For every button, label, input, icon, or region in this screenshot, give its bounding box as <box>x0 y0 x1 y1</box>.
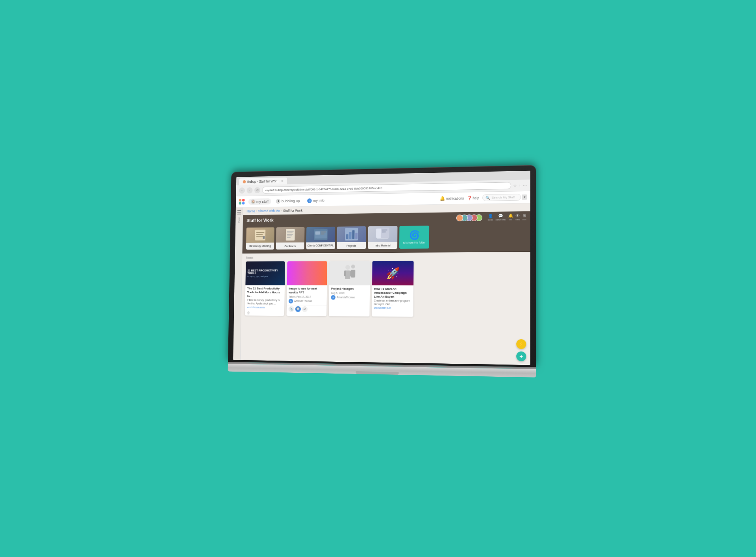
item-card-hexagon[interactable]: Project Hexagon Aug 5, 2019 A AmandaThom… <box>329 261 370 316</box>
header-action-notifications[interactable]: 🔔 on <box>508 213 513 220</box>
search-box[interactable]: 🔍 Search My Stuff <box>482 194 521 201</box>
nav-my-info[interactable]: M my info <box>305 197 327 204</box>
nav-my-info-label: my info <box>313 198 324 202</box>
view-label: view <box>515 218 520 220</box>
fab-teal[interactable]: + <box>516 351 526 361</box>
breadcrumb-shared[interactable]: Shared with Me <box>258 209 280 213</box>
header-action-view[interactable]: 👁 view <box>515 213 520 220</box>
invite-icon: 👤 <box>488 214 493 218</box>
folder-avatar-4 <box>471 214 477 221</box>
page-background: Bubup - Stuff for Wor... × ‹ › ↺ mystuff… <box>0 0 756 557</box>
nav-bubbling-up-label: bubbling up <box>282 198 300 203</box>
comments-label: comments <box>495 218 506 220</box>
tab-favicon <box>243 180 246 183</box>
item-card-ambassador[interactable]: 🚀 How To Start An Ambassador Campaign Li… <box>372 261 413 316</box>
ppt-action-comment-blue[interactable]: 💬 <box>295 306 301 312</box>
browser-action-more[interactable]: ⋯ <box>523 183 527 187</box>
browser-action-share[interactable]: ↑ <box>519 183 521 187</box>
item-card-ppt[interactable]: Image to use for next week's PPT Taken: … <box>287 261 327 316</box>
items-section-label: items <box>246 254 526 259</box>
folder-card-biweekly[interactable]: Bi-Weekly Meeting <box>246 227 274 250</box>
folder-avatar-5 <box>475 214 482 220</box>
search-container: 🔍 Search My Stuff ▾ <box>482 193 527 201</box>
ppt-action-share[interactable]: ↩ <box>302 306 308 312</box>
breadcrumb-sep-1: › <box>256 209 257 213</box>
address-text: mystuff.bubbp.com/mystuff/dmystuff/001-1… <box>265 186 382 191</box>
productivity-thumb-title: 21 BEST PRODUCTIVITY TOOLS <box>247 269 283 275</box>
trash-icon[interactable]: 🗑 <box>247 311 250 315</box>
clients-thumb-svg <box>313 227 328 241</box>
intro-thumb-svg <box>375 227 390 241</box>
folder-avatar-3 <box>466 214 472 221</box>
back-button[interactable]: ‹ <box>239 187 245 194</box>
item-hexagon-meta: Aug 5, 2019 <box>331 291 368 294</box>
folder-card-clients[interactable]: Clients CONFIDENTIAL <box>306 226 335 249</box>
hamburger-line-2 <box>237 212 241 213</box>
my-stuff-icon: 🏠 <box>251 199 255 204</box>
header-action-comments[interactable]: 💬 comments <box>495 213 506 221</box>
folder-biweekly-label: Bi-Weekly Meeting <box>246 242 274 250</box>
item-card-productivity[interactable]: 21 BEST PRODUCTIVITY TOOLS to top up, ge… <box>245 261 285 315</box>
forward-button[interactable]: › <box>246 187 252 193</box>
refresh-button[interactable]: ↺ <box>254 187 260 193</box>
svg-point-30 <box>351 264 355 268</box>
folder-avatar-1 <box>456 214 463 221</box>
folder-title: Stuff for Work <box>246 215 454 222</box>
sidebar-toggle-label: there <box>238 217 241 222</box>
sort-icon: ⊞ <box>523 213 526 217</box>
item-ppt-thumb <box>287 261 327 285</box>
item-hexagon-author-avatar: A <box>331 295 335 300</box>
svg-rect-17 <box>346 234 348 239</box>
nav-my-stuff[interactable]: 🏠 my stuff <box>248 198 271 204</box>
items-grid: 21 BEST PRODUCTIVITY TOOLS to top up, ge… <box>245 260 526 317</box>
item-hexagon-title: Project Hexagon <box>331 287 368 291</box>
notifications-label: notifications <box>446 196 464 200</box>
svg-rect-31 <box>351 269 356 277</box>
search-dropdown-btn[interactable]: ▾ <box>522 194 527 200</box>
item-hexagon-author-name: AmandaThomas <box>337 296 355 298</box>
help-icon: ❓ <box>467 196 472 200</box>
folder-intro-label: Intro Material <box>368 241 397 248</box>
notifications-on-label: on <box>510 218 512 220</box>
folder-projects-thumb <box>337 226 366 242</box>
item-ambassador-title: How To Start An Ambassador Campaign Like… <box>374 287 411 298</box>
nav-bubbling-up[interactable]: ⬆ bubbling up <box>273 198 302 204</box>
view-icon: 👁 <box>516 213 520 218</box>
browser-tab-active[interactable]: Bubup - Stuff for Wor... × <box>239 177 287 185</box>
help-label: help <box>473 196 479 200</box>
item-ppt-actions: 📎 💬 ↩ <box>287 305 327 313</box>
folder-clients-label: Clients CONFIDENTIAL <box>306 242 335 249</box>
header-action-sort[interactable]: ⊞ sort <box>523 213 526 220</box>
productivity-thumb-sub: to top up, get, and proc... <box>247 275 283 278</box>
invite-label: invite <box>488 218 493 221</box>
folder-card-rolls[interactable]: 🌀 rolls from this folder <box>399 226 429 249</box>
folder-card-contracts[interactable]: Contracts <box>276 227 305 249</box>
item-productivity-source: wordstream.com <box>247 306 283 309</box>
header-action-invite[interactable]: 👤 invite <box>488 214 493 221</box>
folder-clients-thumb <box>306 226 335 242</box>
folder-card-projects[interactable]: Projects <box>337 226 366 249</box>
help-btn[interactable]: ❓ help <box>467 196 479 200</box>
item-ppt-body: Image to use for next week's PPT Taken: … <box>287 285 327 305</box>
svg-point-26 <box>345 265 350 269</box>
nav-right: 🔔 notifications ❓ help 🔍 Search My Stuff <box>440 193 527 202</box>
breadcrumb-home[interactable]: Home <box>246 209 255 213</box>
sort-label: sort <box>523 218 526 220</box>
tab-close-icon[interactable]: × <box>281 179 283 183</box>
ppt-action-attach[interactable]: 📎 <box>289 306 294 312</box>
folder-rolls-label: rolls from this folder <box>402 241 427 244</box>
projects-thumb-svg <box>344 227 359 241</box>
bell-icon: 🔔 <box>440 196 445 201</box>
notifications-btn[interactable]: 🔔 notifications <box>440 195 464 201</box>
folder-card-intro[interactable]: Intro Material <box>368 226 397 249</box>
item-ppt-title: Image to use for next week's PPT <box>289 287 325 294</box>
fab-yellow[interactable]: ⚡ <box>516 339 526 349</box>
browser-action-star[interactable]: ☆ <box>513 183 517 187</box>
nav-my-stuff-label: my stuff <box>256 199 269 203</box>
item-productivity-thumb: 21 BEST PRODUCTIVITY TOOLS to top up, ge… <box>245 261 285 285</box>
item-productivity-trash[interactable]: 🗑 <box>245 310 284 315</box>
item-ambassador-source: brandchamp.io <box>374 306 411 309</box>
laptop-wrapper: Bubup - Stuff for Wor... × ‹ › ↺ mystuff… <box>228 165 536 378</box>
folder-projects-label: Projects <box>337 242 366 249</box>
main-content: Home › Shared with Me › Stuff for Work S… <box>241 203 530 365</box>
